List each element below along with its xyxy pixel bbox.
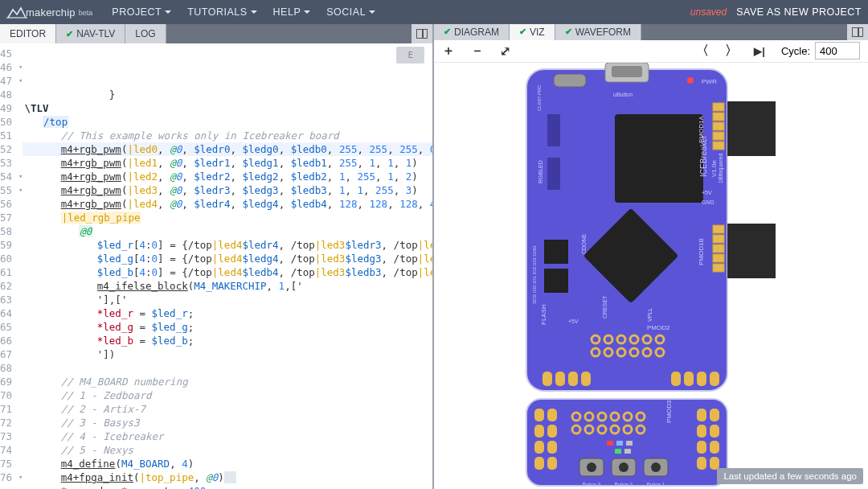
- svg-rect-54: [542, 372, 552, 386]
- tab-waveform[interactable]: ✔WAVEFORM: [555, 24, 641, 40]
- svg-text:GND: GND: [702, 199, 714, 205]
- svg-rect-93: [547, 409, 557, 421]
- viz-toolbar: ＋ － ⤢ 〈 〉 ▶| Cycle:: [434, 40, 868, 63]
- right-pane: ✔DIAGRAM ✔VIZ ✔WAVEFORM ＋ － ⤢ 〈 〉 ▶| Cyc…: [434, 24, 868, 489]
- svg-rect-23: [544, 269, 568, 293]
- workspace: EDITOR ✔NAV-TLV LOG E 454647484950515253…: [0, 24, 868, 489]
- pane-layout-toggle[interactable]: [411, 24, 432, 43]
- svg-text:PMOD2: PMOD2: [647, 324, 670, 331]
- svg-rect-15: [713, 225, 724, 233]
- svg-text:PWR: PWR: [702, 78, 717, 85]
- expand-icon[interactable]: ⤢: [500, 43, 510, 59]
- unsaved-indicator: unsaved: [690, 6, 727, 18]
- svg-rect-8: [727, 101, 776, 156]
- tab-log[interactable]: LOG: [125, 24, 166, 43]
- skip-end-icon[interactable]: ▶|: [754, 45, 765, 57]
- tab-diagram[interactable]: ✔DIAGRAM: [434, 24, 510, 40]
- svg-rect-56: [568, 372, 578, 386]
- svg-rect-11: [713, 113, 724, 121]
- svg-rect-77: [626, 441, 633, 446]
- pcb-board: PWR uButton: [510, 63, 792, 489]
- svg-rect-79: [624, 449, 631, 454]
- svg-text:PMOD1A: PMOD1A: [698, 116, 705, 143]
- svg-rect-92: [534, 457, 544, 470]
- brand-logo[interactable]: makerchip beta: [6, 6, 92, 18]
- cycle-label: Cycle:: [781, 45, 810, 57]
- caret-down-icon: [369, 10, 375, 14]
- svg-rect-4: [554, 74, 586, 87]
- svg-text:VPLL: VPLL: [647, 308, 653, 322]
- check-icon: ✔: [519, 27, 526, 37]
- step-back-icon[interactable]: 〈: [696, 43, 709, 60]
- tab-viz[interactable]: ✔VIZ: [510, 24, 555, 40]
- makerchip-logo-icon: [6, 6, 24, 18]
- zoom-in-icon[interactable]: ＋: [442, 43, 455, 60]
- menu-project[interactable]: PROJECT: [104, 6, 179, 18]
- svg-rect-13: [713, 132, 724, 140]
- save-as-new-project[interactable]: SAVE AS NEW PROJECT: [736, 6, 862, 18]
- svg-rect-22: [544, 240, 568, 264]
- svg-rect-61: [710, 372, 719, 386]
- svg-rect-3: [612, 66, 642, 77]
- svg-text:V1.0e: V1.0e: [710, 160, 718, 177]
- svg-text:FLASH: FLASH: [540, 304, 547, 325]
- tab-nav-tlv[interactable]: ✔NAV-TLV: [56, 24, 125, 43]
- columns-icon: [416, 29, 428, 39]
- svg-rect-98: [697, 425, 706, 438]
- svg-rect-103: [710, 441, 719, 454]
- svg-rect-58: [671, 372, 681, 386]
- cycle-input[interactable]: [815, 42, 860, 60]
- svg-rect-76: [616, 441, 623, 446]
- svg-rect-60: [697, 372, 706, 386]
- svg-text:CDONE: CDONE: [581, 233, 587, 254]
- svg-point-5: [687, 77, 694, 84]
- brand-beta: beta: [79, 9, 93, 18]
- menu-tutorials[interactable]: TUTORIALS: [179, 6, 264, 18]
- code-area[interactable]: }\TLV /top // This example works only in…: [23, 43, 432, 489]
- svg-text:uButton: uButton: [613, 92, 633, 97]
- caret-down-icon: [251, 10, 257, 14]
- svg-rect-96: [547, 457, 557, 470]
- topbar-right: unsaved SAVE AS NEW PROJECT: [690, 6, 862, 18]
- top-menu-bar: makerchip beta PROJECT TUTORIALS HELP SO…: [0, 0, 868, 24]
- cycle-control: Cycle:: [781, 42, 860, 60]
- svg-text:PMOD1B: PMOD1B: [698, 238, 705, 265]
- menu-help[interactable]: HELP: [265, 6, 319, 18]
- check-icon: ✔: [565, 27, 572, 37]
- svg-point-83: [619, 462, 628, 472]
- svg-rect-89: [534, 409, 544, 421]
- svg-rect-75: [607, 441, 613, 446]
- svg-rect-99: [697, 441, 706, 454]
- left-tabs: EDITOR ✔NAV-TLV LOG: [0, 24, 432, 43]
- zoom-out-icon[interactable]: －: [471, 43, 484, 60]
- svg-text:PMOD3: PMOD3: [665, 400, 673, 423]
- svg-text:Button 2: Button 2: [615, 482, 633, 487]
- step-forward-icon[interactable]: 〉: [725, 43, 738, 60]
- menu-social[interactable]: SOCIAL: [318, 6, 383, 18]
- left-pane: EDITOR ✔NAV-TLV LOG E 454647484950515253…: [0, 24, 434, 489]
- svg-rect-10: [713, 103, 724, 111]
- svg-rect-91: [534, 441, 544, 454]
- check-icon: ✔: [66, 29, 73, 39]
- svg-rect-17: [713, 244, 724, 253]
- svg-rect-16: [713, 235, 724, 243]
- viz-stage[interactable]: PWR uButton: [434, 63, 868, 489]
- svg-rect-90: [534, 425, 544, 438]
- pane-layout-toggle[interactable]: [847, 24, 868, 40]
- svg-text:CRESET: CRESET: [602, 295, 608, 318]
- svg-rect-97: [697, 409, 706, 421]
- last-updated-badge: Last updated a few seconds ago: [717, 468, 863, 484]
- svg-rect-59: [684, 372, 694, 386]
- columns-icon: [852, 27, 863, 37]
- svg-text:+5V: +5V: [702, 190, 712, 195]
- menu-items: PROJECT TUTORIALS HELP SOCIAL: [104, 6, 383, 18]
- line-number-gutter: 4546474849505152535455565758596061626364…: [0, 43, 18, 489]
- svg-rect-12: [713, 122, 724, 130]
- svg-point-81: [587, 462, 596, 472]
- svg-text:SCK IO0 IO1 IO2 IO3 GND: SCK IO0 IO1 IO2 IO3 GND: [532, 245, 537, 304]
- tab-editor[interactable]: EDITOR: [0, 24, 56, 43]
- svg-text:Button 3: Button 3: [583, 482, 601, 487]
- check-icon: ✔: [444, 27, 451, 37]
- svg-rect-55: [555, 372, 565, 386]
- code-editor[interactable]: E 45464748495051525354555657585960616263…: [0, 43, 432, 489]
